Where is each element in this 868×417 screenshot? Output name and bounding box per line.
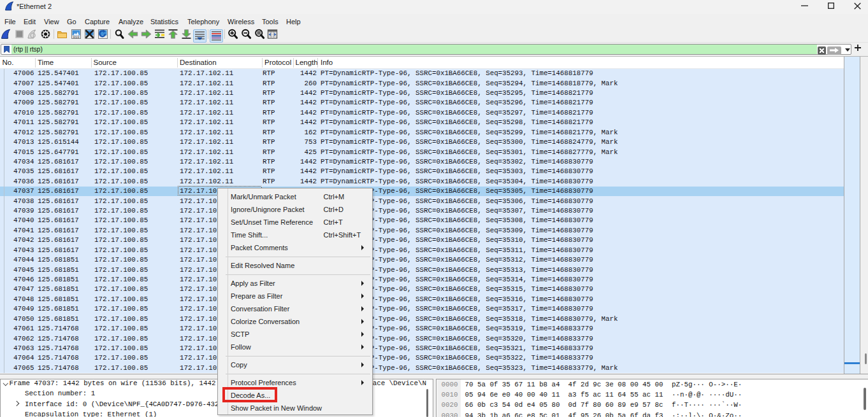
svg-text:010: 010 bbox=[73, 35, 80, 39]
